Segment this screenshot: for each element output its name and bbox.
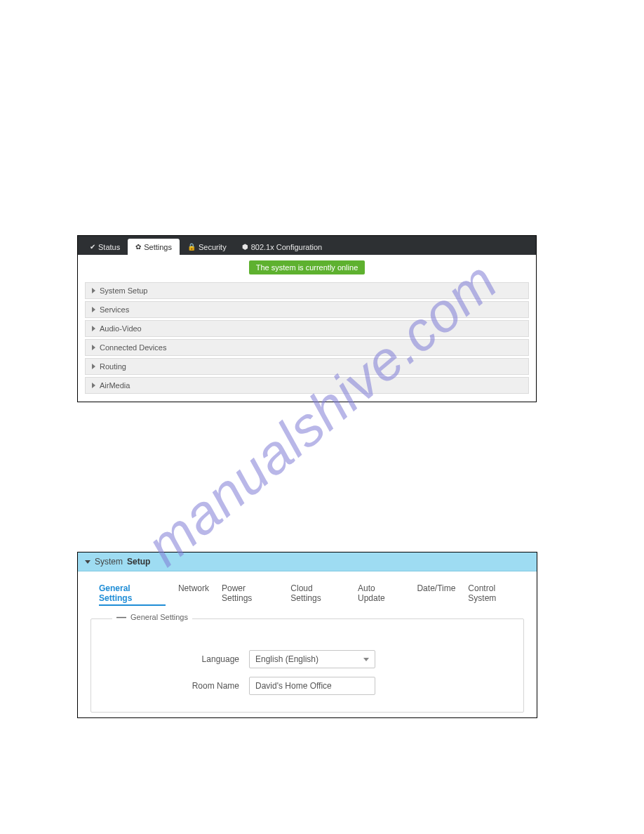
tab-label: Settings (144, 243, 172, 251)
check-icon: ✔ (90, 244, 95, 251)
caret-right-icon (92, 364, 95, 369)
room-name-label: Room Name (105, 681, 249, 691)
caret-right-icon (92, 326, 95, 331)
status-banner-wrap: The system is currently online (78, 255, 536, 279)
acc-services[interactable]: Services (85, 301, 529, 318)
tab-label: 802.1x Configuration (251, 243, 323, 251)
language-label: Language (105, 654, 249, 664)
header-bold: Setup (127, 557, 150, 567)
general-settings-group: — General Settings Language English (Eng… (90, 618, 524, 713)
room-name-input[interactable] (249, 677, 375, 695)
settings-screenshot: ✔ Status ✿ Settings 🔒 Security ⬢ 802.1x … (77, 235, 537, 402)
caret-right-icon (92, 345, 95, 350)
acc-label: Audio-Video (100, 324, 142, 333)
header-prefix: System (95, 557, 123, 567)
tab-status[interactable]: ✔ Status (82, 239, 128, 255)
gear-icon: ✿ (135, 244, 141, 251)
acc-label: Connected Devices (100, 343, 166, 352)
acc-label: System Setup (100, 286, 147, 295)
tab-settings[interactable]: ✿ Settings (128, 239, 180, 255)
top-tabbar: ✔ Status ✿ Settings 🔒 Security ⬢ 802.1x … (78, 236, 536, 255)
status-banner: The system is currently online (249, 260, 365, 274)
subtab-power-settings[interactable]: Power Settings (222, 583, 278, 606)
globe-icon: ⬢ (242, 244, 248, 251)
subtab-row: General Settings Network Power Settings … (78, 571, 537, 610)
group-title: General Settings (130, 613, 188, 621)
language-select[interactable]: English (English) (249, 650, 375, 668)
acc-routing[interactable]: Routing (85, 358, 529, 375)
caret-right-icon (92, 383, 95, 388)
subtab-auto-update[interactable]: Auto Update (358, 583, 404, 606)
subtab-network[interactable]: Network (178, 583, 209, 606)
room-name-row: Room Name (105, 677, 509, 695)
acc-label: Services (100, 305, 129, 314)
caret-down-icon (85, 560, 90, 564)
chevron-down-icon (363, 658, 369, 661)
subtab-general-settings[interactable]: General Settings (99, 583, 166, 606)
acc-connected-devices[interactable]: Connected Devices (85, 339, 529, 356)
subtab-date-time[interactable]: Date/Time (417, 583, 455, 606)
acc-airmedia[interactable]: AirMedia (85, 377, 529, 394)
tab-label: Security (199, 243, 227, 251)
acc-label: AirMedia (100, 381, 130, 390)
acc-audio-video[interactable]: Audio-Video (85, 320, 529, 337)
settings-accordion: System Setup Services Audio-Video Connec… (78, 279, 536, 399)
language-row: Language English (English) (105, 650, 509, 668)
subtab-cloud-settings[interactable]: Cloud Settings (290, 583, 345, 606)
lock-icon: 🔒 (187, 244, 196, 251)
subtab-control-system[interactable]: Control System (468, 583, 525, 606)
acc-label: Routing (100, 362, 126, 371)
collapse-icon: — (116, 614, 126, 621)
group-legend[interactable]: — General Settings (112, 613, 192, 621)
tab-security[interactable]: 🔒 Security (180, 239, 234, 255)
acc-system-setup[interactable]: System Setup (85, 282, 529, 299)
tab-8021x[interactable]: ⬢ 802.1x Configuration (234, 239, 330, 255)
system-setup-screenshot: System Setup General Settings Network Po… (77, 552, 537, 718)
system-setup-header[interactable]: System Setup (78, 552, 537, 571)
caret-right-icon (92, 288, 95, 293)
caret-right-icon (92, 307, 95, 312)
language-value: English (English) (255, 654, 318, 664)
tab-label: Status (98, 243, 120, 251)
